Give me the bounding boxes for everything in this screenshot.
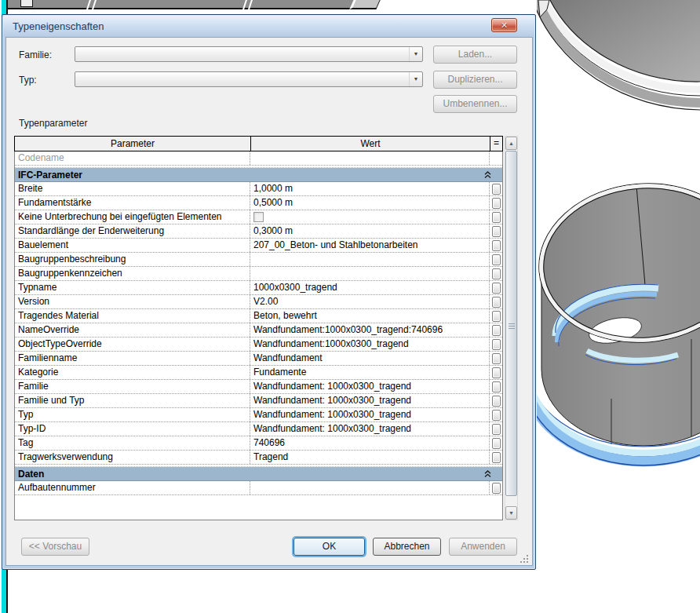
collapse-chevron-icon[interactable] — [484, 168, 491, 182]
parameter-value-cell[interactable] — [250, 253, 490, 266]
parameter-value-cell[interactable]: Beton, bewehrt — [250, 309, 490, 323]
parameter-row[interactable]: TragwerksverwendungTragend — [15, 451, 502, 465]
parameter-value-cell[interactable] — [250, 210, 490, 224]
chevron-down-icon[interactable]: ▼ — [409, 72, 422, 86]
parameter-row[interactable]: Fundamentstärke0,5000 m — [15, 196, 502, 210]
parameter-value-cell[interactable]: 1,0000 m — [250, 182, 490, 195]
parameter-value-cell[interactable]: Wandfundament — [250, 352, 490, 365]
associate-parameter-button[interactable] — [492, 268, 501, 279]
apply-button[interactable]: Anwenden — [449, 538, 517, 556]
rename-button[interactable]: Umbenennen... — [433, 95, 517, 113]
ok-button[interactable]: OK — [293, 538, 365, 556]
3d-viewport[interactable] — [537, 0, 700, 613]
parameter-row[interactable]: FamiliennameWandfundament — [15, 352, 502, 366]
associate-parameter-button[interactable] — [492, 240, 501, 251]
associate-parameter-button[interactable] — [492, 410, 501, 421]
scrollbar-thumb[interactable] — [505, 151, 517, 496]
parameter-row[interactable]: FamilieWandfundament: 1000x0300_tragend — [15, 380, 502, 394]
value-column-header[interactable]: Wert — [251, 137, 490, 151]
section-header-row[interactable]: IFC-Parameter — [15, 168, 502, 182]
parameter-value-cell[interactable] — [250, 267, 490, 280]
associate-parameter-button[interactable] — [492, 367, 501, 378]
type-combobox[interactable]: ▼ — [75, 71, 423, 87]
parameter-column-header[interactable]: Parameter — [15, 137, 251, 151]
parameter-row[interactable]: Typ-IDWandfundament: 1000x0300_tragend — [15, 422, 502, 436]
parameter-row[interactable]: Typname1000x0300_tragend — [15, 281, 502, 295]
scroll-up-icon[interactable]: ▲ — [505, 137, 517, 150]
parameter-name-cell: Standardlänge der Enderweiterung — [15, 224, 250, 238]
parameter-row[interactable]: Baugruppenkennzeichen — [15, 267, 502, 281]
slab-joint-mark — [248, 0, 253, 11]
associate-parameter-button[interactable] — [492, 353, 501, 364]
type-properties-dialog: Typeneigenschaften ✕ Familie: ▼ Laden...… — [2, 14, 536, 570]
parameter-value-cell[interactable]: 740696 — [250, 436, 490, 450]
associate-parameter-button[interactable] — [492, 212, 501, 223]
close-button[interactable]: ✕ — [491, 18, 517, 32]
collapse-chevron-icon[interactable] — [484, 467, 491, 481]
equals-header-cell[interactable]: = — [490, 137, 502, 151]
parameter-row[interactable]: Tragendes MaterialBeton, bewehrt — [15, 309, 502, 323]
parameter-row[interactable]: Keine Unterbrechung bei eingefügten Elem… — [15, 210, 502, 224]
associate-parameter-button[interactable] — [492, 339, 501, 350]
parameter-value-cell[interactable]: Tragend — [250, 451, 490, 464]
preview-button[interactable]: << Vorschau — [21, 538, 89, 556]
parameter-value-cell[interactable] — [250, 151, 490, 165]
cylinder-top-model[interactable] — [537, 0, 700, 110]
parameter-value-cell[interactable]: V2.00 — [250, 295, 490, 308]
load-button[interactable]: Laden... — [433, 46, 517, 64]
associate-parameter-button[interactable] — [492, 311, 501, 322]
parameter-value-cell[interactable]: Wandfundament: 1000x0300_tragend — [250, 408, 490, 421]
dialog-titlebar[interactable]: Typeneigenschaften ✕ — [3, 16, 534, 37]
chevron-down-icon[interactable]: ▼ — [409, 47, 422, 61]
parameter-value-cell[interactable]: 1000x0300_tragend — [250, 281, 490, 294]
associate-parameter-button[interactable] — [492, 381, 501, 392]
associate-parameter-button[interactable] — [492, 283, 501, 294]
parameter-row[interactable]: Breite1,0000 m — [15, 182, 502, 196]
parameter-value-cell[interactable]: Wandfundament:1000x0300_tragend:740696 — [250, 323, 490, 337]
scroll-down-icon[interactable]: ▼ — [505, 506, 517, 520]
parameter-value-cell[interactable] — [250, 481, 490, 494]
parameter-row[interactable]: Standardlänge der Enderweiterung0,3000 m — [15, 224, 502, 239]
parameter-value-cell[interactable]: Wandfundament: 1000x0300_tragend — [250, 380, 490, 393]
duplicate-button[interactable]: Duplizieren... — [433, 71, 517, 89]
parameter-value-cell[interactable]: Wandfundament:1000x0300_tragend — [250, 338, 490, 351]
parameter-row[interactable]: Familie und TypWandfundament: 1000x0300_… — [15, 394, 502, 408]
associate-parameter-button[interactable] — [492, 452, 501, 463]
parameter-value-cell[interactable]: 0,5000 m — [250, 196, 490, 210]
associate-parameter-button[interactable] — [492, 325, 501, 336]
parameter-row[interactable]: KategorieFundamente — [15, 366, 502, 380]
section-header-row[interactable]: Daten — [15, 467, 502, 481]
associate-parameter-button[interactable] — [492, 438, 501, 449]
family-combobox[interactable]: ▼ — [75, 46, 423, 62]
associate-parameter-button[interactable] — [492, 226, 501, 237]
row-checkbox[interactable] — [253, 212, 264, 222]
associate-parameter-button[interactable] — [492, 198, 501, 209]
parameter-row[interactable]: NameOverrideWandfundament:1000x0300_trag… — [15, 323, 502, 338]
parameter-row[interactable]: VersionV2.00 — [15, 295, 502, 309]
resize-grip-icon[interactable] — [520, 554, 529, 564]
cylindrical-wall-model[interactable] — [537, 175, 700, 465]
cancel-button[interactable]: Abbrechen — [373, 538, 441, 556]
associate-parameter-button[interactable] — [492, 297, 501, 308]
associate-parameter-cell — [490, 436, 502, 450]
parameter-row[interactable]: TypWandfundament: 1000x0300_tragend — [15, 408, 502, 422]
parameter-value-cell[interactable]: 0,3000 m — [250, 224, 490, 238]
parameter-row[interactable]: Baugruppenbeschreibung — [15, 253, 502, 267]
associate-parameter-button[interactable] — [492, 254, 501, 265]
parameter-row[interactable]: ObjectTypeOverrideWandfundament:1000x030… — [15, 338, 502, 352]
parameter-value-cell[interactable]: Wandfundament: 1000x0300_tragend — [250, 422, 490, 436]
parameter-value-cell[interactable]: Wandfundament: 1000x0300_tragend — [250, 394, 490, 407]
associate-parameter-button[interactable] — [492, 424, 501, 435]
parameter-value-cell[interactable]: Fundamente — [250, 366, 490, 379]
parameter-value-cell[interactable]: 207_00_Beton- und Stahlbetonarbeiten — [250, 239, 490, 252]
model-slab-edge[interactable] — [8, 0, 361, 9]
parameter-row[interactable]: Bauelement207_00_Beton- und Stahlbetonar… — [15, 239, 502, 253]
table-scrollbar[interactable]: ▲ ▼ — [505, 136, 518, 520]
associate-parameter-cell — [490, 253, 502, 266]
associate-parameter-button[interactable] — [492, 396, 501, 407]
associate-parameter-button[interactable] — [492, 184, 501, 195]
parameter-row[interactable]: Aufbautennummer — [15, 481, 502, 495]
associate-parameter-button[interactable] — [492, 483, 501, 494]
parameter-row[interactable]: Codename — [15, 151, 502, 166]
parameter-row[interactable]: Tag740696 — [15, 436, 502, 451]
